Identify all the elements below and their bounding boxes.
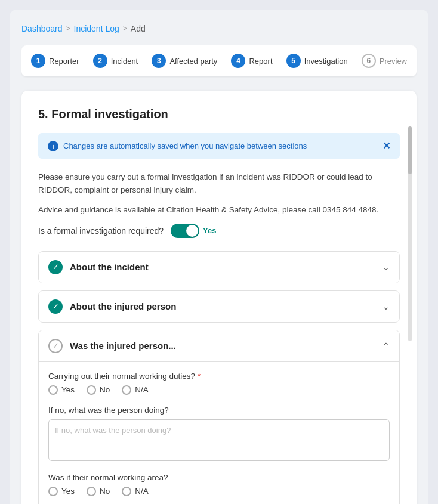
field-group-normal-area: Was it their normal working area? Yes No: [48, 473, 390, 496]
stepper: 1 Reporter 2 Incident 3 Affected party 4…: [21, 45, 417, 76]
step-line-2: [141, 61, 148, 61]
step-circle-2: 2: [93, 54, 107, 68]
step-reporter[interactable]: 1 Reporter: [31, 54, 79, 68]
info-icon: i: [48, 141, 58, 151]
field-label-normal-duties: Carrying out their normal working duties…: [48, 372, 390, 381]
radio-group-normal-area: Yes No N/A: [48, 487, 390, 496]
accordion-title-2: About the injured person: [70, 301, 176, 311]
accordion-header-left-2: ✓ About the injured person: [48, 299, 176, 314]
step-investigation[interactable]: 5 Investigation: [286, 54, 348, 68]
breadcrumb-sep-2: >: [123, 24, 127, 33]
step-label-affected-party: Affected party: [169, 57, 217, 66]
step-circle-3: 3: [152, 54, 166, 68]
accordion-content-was-injured: Carrying out their normal working duties…: [39, 361, 399, 504]
step-label-report: Report: [249, 57, 272, 66]
toggle-value-label: Yes: [203, 226, 216, 235]
accordion-was-injured: ✓ Was the injured person... ⌃ Carrying o…: [38, 330, 400, 504]
desc-text-2: Advice and guidance is available at Cita…: [38, 203, 400, 217]
accordion-header-about-injured[interactable]: ✓ About the injured person ⌄: [39, 291, 399, 322]
step-incident[interactable]: 2 Incident: [93, 54, 138, 68]
close-icon[interactable]: ✕: [383, 140, 390, 151]
accordion-header-left-3: ✓ Was the injured person...: [48, 339, 176, 353]
radio-label-no-2: No: [100, 487, 110, 496]
step-circle-4: 4: [231, 54, 245, 68]
field-label-normal-area: Was it their normal working area?: [48, 473, 390, 482]
step-circle-5: 5: [286, 54, 301, 68]
radio-label-na-2: N/A: [135, 487, 149, 496]
radio-option-no-2[interactable]: No: [87, 487, 110, 496]
step-label-reporter: Reporter: [49, 57, 79, 66]
breadcrumb: Dashboard > Incident Log > Add: [21, 24, 417, 33]
step-label-incident: Incident: [111, 57, 138, 66]
radio-group-normal-duties: Yes No N/A: [48, 385, 390, 395]
breadcrumb-add: Add: [131, 24, 146, 33]
required-star-1: *: [198, 372, 201, 381]
radio-circle-no-2: [87, 487, 96, 496]
info-banner-left: i Changes are automatically saved when y…: [48, 141, 307, 151]
radio-option-yes-2[interactable]: Yes: [48, 487, 75, 496]
step-circle-1: 1: [31, 54, 45, 68]
accordion-header-left-1: ✓ About the incident: [48, 260, 149, 274]
chevron-down-icon-1: ⌄: [383, 262, 390, 272]
radio-circle-no-1: [87, 385, 96, 395]
check-icon-2: ✓: [48, 299, 63, 314]
step-label-investigation: Investigation: [304, 57, 348, 66]
step-report[interactable]: 4 Report: [231, 54, 272, 68]
step-label-preview: Preview: [380, 57, 407, 66]
toggle-thumb: [186, 225, 198, 237]
radio-label-na-1: N/A: [135, 385, 149, 394]
accordion-title-3: Was the injured person...: [70, 341, 176, 351]
step-line-3: [221, 61, 227, 61]
breadcrumb-dashboard[interactable]: Dashboard: [21, 24, 63, 33]
main-card: 5. Formal investigation i Changes are au…: [21, 91, 417, 504]
step-line-5: [351, 61, 358, 61]
info-banner-text: Changes are automatically saved when you…: [63, 141, 307, 150]
accordion-title-1: About the incident: [70, 262, 149, 272]
field-group-normal-duties: Carrying out their normal working duties…: [48, 372, 390, 395]
breadcrumb-sep-1: >: [66, 24, 70, 33]
step-circle-6: 6: [362, 54, 376, 68]
field-group-person-doing: If no, what was the person doing?: [48, 406, 390, 463]
breadcrumb-incident-log[interactable]: Incident Log: [74, 24, 119, 33]
radio-circle-yes-1: [48, 385, 58, 395]
radio-label-yes-1: Yes: [61, 385, 75, 394]
radio-label-no-1: No: [100, 385, 110, 394]
step-line-1: [83, 61, 90, 61]
toggle-question: Is a formal investigation required?: [38, 226, 164, 236]
step-preview[interactable]: 6 Preview: [362, 54, 407, 68]
radio-option-yes-1[interactable]: Yes: [48, 385, 75, 395]
radio-option-na-1[interactable]: N/A: [122, 385, 149, 395]
textarea-person-doing[interactable]: [48, 419, 390, 461]
check-icon-1: ✓: [48, 260, 63, 274]
section-title: 5. Formal investigation: [38, 107, 400, 121]
chevron-down-icon-2: ⌄: [383, 302, 390, 311]
accordion-header-about-incident[interactable]: ✓ About the incident ⌄: [39, 252, 399, 283]
page-wrapper: Dashboard > Incident Log > Add 1 Reporte…: [10, 10, 428, 504]
field-label-person-doing: If no, what was the person doing?: [48, 406, 390, 415]
radio-circle-na-1: [122, 385, 131, 395]
radio-option-na-2[interactable]: N/A: [122, 487, 149, 496]
scrollbar-thumb: [408, 126, 412, 174]
accordion-about-incident: ✓ About the incident ⌄: [38, 251, 400, 283]
accordion-about-injured: ✓ About the injured person ⌄: [38, 290, 400, 323]
radio-label-yes-2: Yes: [61, 487, 75, 496]
info-banner: i Changes are automatically saved when y…: [38, 133, 400, 159]
step-affected-party[interactable]: 3 Affected party: [152, 54, 217, 68]
chevron-up-icon-3: ⌃: [383, 341, 390, 351]
toggle-track[interactable]: [171, 224, 199, 238]
pending-icon-3: ✓: [48, 339, 63, 353]
accordion-header-was-injured[interactable]: ✓ Was the injured person... ⌃: [39, 330, 399, 361]
radio-option-no-1[interactable]: No: [87, 385, 110, 395]
toggle-row: Is a formal investigation required? Yes: [38, 224, 400, 238]
desc-text-1: Please ensure you carry out a formal inv…: [38, 171, 400, 196]
scrollbar[interactable]: [408, 126, 412, 341]
radio-circle-yes-2: [48, 487, 58, 496]
step-line-4: [276, 61, 283, 61]
toggle-switch[interactable]: Yes: [171, 224, 216, 238]
radio-circle-na-2: [122, 487, 131, 496]
